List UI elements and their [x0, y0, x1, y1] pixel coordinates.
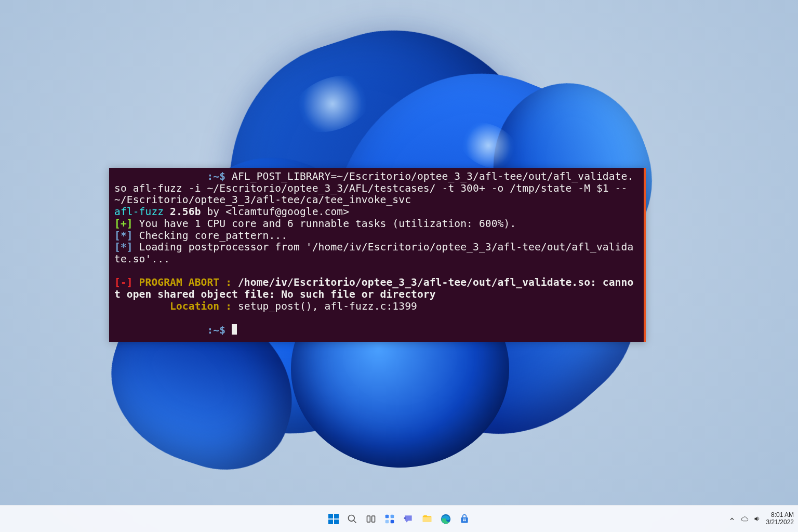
prompt-host	[114, 170, 207, 182]
store-icon	[459, 514, 470, 524]
location-label: Location :	[114, 300, 238, 312]
postprocessor-line: Loading postprocessor from '/home/iv/Esc…	[114, 241, 633, 265]
search-button[interactable]	[344, 511, 360, 527]
file-explorer-button[interactable]	[419, 511, 435, 527]
svg-rect-17	[463, 520, 464, 521]
taskbar-center-group	[326, 511, 472, 527]
tray-date: 3/21/2022	[766, 519, 794, 526]
store-button[interactable]	[457, 511, 472, 527]
svg-rect-8	[385, 514, 389, 518]
start-button[interactable]	[326, 511, 341, 527]
task-view-icon	[366, 514, 376, 524]
prompt-symbol: :~$	[207, 324, 232, 336]
program-name: afl-fuzz	[114, 206, 164, 218]
clock-tray[interactable]: 8:01 AM 3/21/2022	[766, 512, 794, 526]
svg-rect-10	[385, 520, 389, 523]
status-dash-marker: [-]	[114, 276, 139, 288]
svg-rect-2	[328, 520, 333, 524]
svg-rect-15	[463, 518, 464, 520]
core-pattern-line: Checking core_pattern...	[133, 230, 287, 242]
abort-label: PROGRAM ABORT :	[139, 276, 238, 288]
svg-rect-3	[334, 520, 339, 524]
edge-icon	[440, 513, 451, 525]
program-version: 2.56b	[164, 206, 201, 218]
tray-overflow-button[interactable]	[728, 515, 736, 523]
tray-time: 8:01 AM	[766, 512, 794, 519]
volume-tray[interactable]	[753, 515, 761, 523]
svg-rect-0	[328, 514, 333, 518]
windows-logo-icon	[328, 513, 339, 525]
terminal-window[interactable]: :~$ AFL_POST_LIBRARY=~/Escritorio/optee_…	[109, 168, 646, 342]
location-value: setup_post(), afl-fuzz.c:1399	[238, 300, 417, 312]
prompt-symbol: :~$	[207, 170, 232, 182]
chat-button[interactable]	[401, 511, 416, 527]
svg-rect-14	[461, 517, 468, 523]
chevron-up-icon	[729, 516, 735, 522]
svg-rect-1	[334, 514, 339, 518]
status-star-marker: [*]	[114, 241, 133, 253]
widgets-button[interactable]	[382, 511, 397, 527]
chat-icon	[403, 514, 414, 524]
edge-button[interactable]	[438, 511, 454, 527]
cpu-info-line: You have 1 CPU core and 6 runnable tasks…	[133, 218, 516, 230]
speaker-icon	[753, 515, 761, 523]
cloud-icon	[741, 515, 749, 523]
prompt-host	[114, 324, 207, 336]
system-tray: 8:01 AM 3/21/2022	[728, 512, 794, 526]
task-view-button[interactable]	[363, 511, 379, 527]
folder-icon	[421, 513, 433, 525]
program-byline: by <lcamtuf@google.com>	[201, 206, 350, 218]
svg-line-5	[354, 520, 356, 523]
taskbar[interactable]: 8:01 AM 3/21/2022	[0, 505, 798, 532]
widgets-icon	[384, 514, 395, 524]
svg-rect-9	[391, 514, 394, 518]
svg-point-12	[404, 517, 406, 519]
status-star-marker: [*]	[114, 230, 133, 242]
svg-rect-11	[391, 520, 394, 523]
status-plus-marker: [+]	[114, 218, 133, 230]
svg-rect-7	[372, 516, 375, 522]
svg-rect-16	[464, 518, 466, 520]
terminal-cursor	[232, 324, 237, 335]
svg-rect-6	[367, 516, 370, 522]
svg-rect-18	[464, 520, 466, 521]
search-icon	[347, 514, 357, 524]
svg-point-4	[349, 515, 355, 521]
onedrive-tray[interactable]	[741, 515, 749, 523]
